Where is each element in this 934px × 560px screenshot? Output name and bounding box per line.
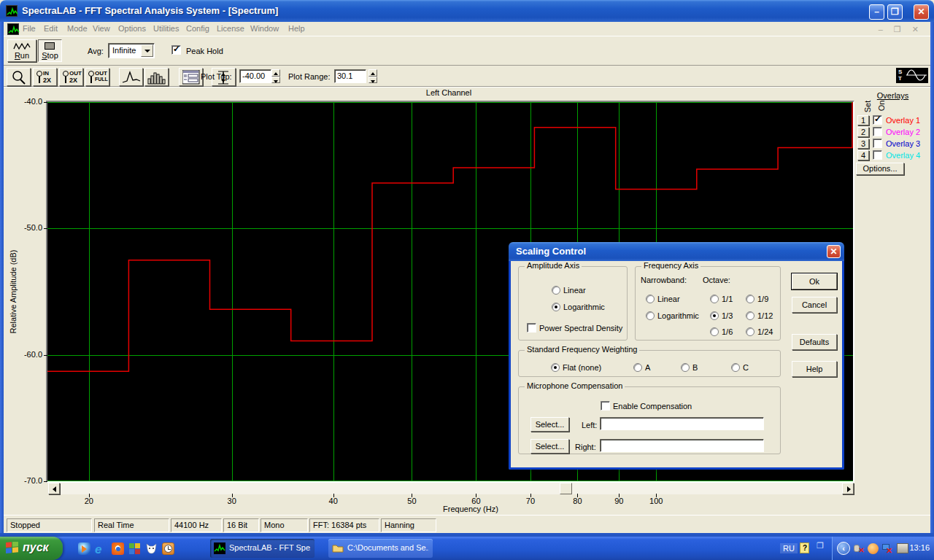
freq-linear-radio[interactable] — [646, 295, 655, 303]
zoom-out-2x-button[interactable]: OUT 2X — [59, 68, 83, 86]
plot-top-field[interactable]: -40.00 — [239, 69, 271, 83]
dialog-close-button[interactable]: ✕ — [827, 245, 841, 258]
quicklaunch-fox-icon[interactable] — [145, 542, 158, 555]
freq-log-radio[interactable] — [646, 311, 655, 320]
left-file-field[interactable] — [600, 417, 764, 430]
x-tick-mark — [333, 494, 334, 497]
select-left-button[interactable]: Select... — [530, 417, 569, 432]
maximize-button[interactable]: ❐ — [887, 4, 903, 20]
menu-options[interactable]: Options — [118, 24, 146, 33]
plot-range-spinner[interactable] — [368, 69, 377, 83]
close-button[interactable]: ✕ — [914, 4, 929, 20]
flat-radio[interactable] — [551, 363, 560, 372]
run-button[interactable]: Run — [7, 39, 36, 62]
mdi-window-buttons[interactable]: – ❐ ✕ — [879, 25, 923, 34]
tray-updates-icon[interactable] — [868, 543, 879, 554]
octave-1-1-radio[interactable] — [710, 295, 719, 303]
menu-utilities[interactable]: Utilities — [153, 24, 179, 33]
overlay-3-set-button[interactable]: 3 — [857, 139, 869, 149]
overlay-3-checkbox[interactable] — [873, 139, 882, 148]
octave-1-3-radio[interactable] — [710, 311, 719, 320]
menu-edit[interactable]: Edit — [44, 24, 58, 33]
overlay-4-set-button[interactable]: 4 — [857, 150, 869, 160]
menu-window[interactable]: Window — [250, 24, 279, 33]
menu-file[interactable]: File — [23, 24, 36, 33]
quicklaunch-ie-icon[interactable]: e — [95, 542, 107, 555]
taskbar-item-explorer[interactable]: C:\Documents and Se... — [328, 539, 433, 558]
peak-hold-checkbox[interactable]: ✓ — [171, 45, 181, 55]
zoom-button[interactable] — [7, 68, 31, 86]
plot-scrollbar[interactable] — [48, 483, 854, 494]
ok-button[interactable]: Ok — [792, 273, 837, 289]
tray-restore-icon[interactable]: ❐ — [817, 541, 824, 551]
defaults-button[interactable]: Defaults — [792, 334, 837, 350]
tray-network-icon[interactable]: ✕ — [882, 543, 894, 553]
start-button[interactable]: пуск — [0, 537, 63, 560]
scroll-left-button[interactable] — [48, 483, 60, 494]
quicklaunch-clock-icon[interactable] — [162, 542, 174, 555]
amp-linear-radio[interactable] — [552, 286, 560, 295]
help-button[interactable]: Help — [792, 361, 837, 377]
octave-1-24-radio[interactable] — [746, 327, 754, 336]
octave-1-6-radio[interactable] — [710, 327, 719, 336]
tray-help-icon[interactable]: ? — [800, 542, 809, 553]
plot-top-spinner[interactable] — [271, 69, 280, 83]
cancel-button[interactable]: Cancel — [792, 297, 837, 313]
x-tick-mark — [619, 494, 620, 497]
tray-collapse-chevron[interactable]: ‹ — [837, 542, 850, 555]
tray-audio-icon[interactable]: ✕ — [853, 543, 864, 554]
dialog-title-bar: Scaling Control ✕ — [509, 242, 844, 261]
application-window: SpectraLAB - FFT Spectral Analysis Syste… — [0, 0, 934, 537]
overlay-2-checkbox[interactable] — [873, 127, 882, 136]
display-options-button[interactable] — [179, 68, 203, 86]
plot-top-label: Plot Top: — [201, 72, 232, 81]
psd-checkbox[interactable] — [527, 323, 536, 332]
quicklaunch-browser-icon[interactable] — [112, 542, 124, 555]
menu-view[interactable]: View — [93, 24, 110, 33]
overlay-options-button[interactable]: Options... — [856, 163, 904, 175]
avg-combobox[interactable]: Infinite — [108, 43, 155, 58]
signal-generator-icon[interactable]: S T — [896, 68, 928, 83]
overlay-1-checkbox[interactable]: ✓ — [873, 115, 882, 125]
octave-1-9-radio[interactable] — [746, 295, 754, 303]
menu-license[interactable]: License — [217, 24, 244, 33]
amp-log-radio[interactable] — [552, 303, 560, 311]
overlay-2-set-button[interactable]: 2 — [857, 127, 869, 137]
status-samplerate: 44100 Hz — [171, 518, 222, 532]
status-bitdepth: 16 Bit — [223, 518, 259, 532]
x-tick-label: 50 — [401, 497, 422, 505]
stop-button[interactable]: Stop — [38, 39, 62, 62]
spectrum-view-button[interactable] — [119, 68, 143, 86]
select-right-button[interactable]: Select... — [530, 439, 569, 454]
c-weighting-label: C — [743, 363, 749, 372]
b-weighting-radio[interactable] — [681, 363, 690, 372]
minimize-button[interactable]: – — [869, 4, 884, 20]
menu-config[interactable]: Config — [186, 24, 209, 33]
avg-dropdown-button[interactable] — [141, 44, 153, 57]
language-indicator[interactable]: RU — [780, 543, 798, 553]
right-file-field[interactable] — [600, 439, 764, 452]
quicklaunch-app-icon[interactable] — [128, 542, 141, 555]
transport-toolbar: Run Stop Avg: Infinite ✓ Peak Hold — [4, 37, 930, 66]
octave-1-12-radio[interactable] — [746, 311, 754, 320]
tray-display-icon[interactable] — [897, 543, 908, 553]
a-weighting-radio[interactable] — [633, 363, 642, 372]
y-tick-mark — [44, 481, 47, 482]
plot-range-field[interactable]: 30.1 — [334, 69, 366, 83]
enable-compensation-checkbox[interactable] — [601, 401, 610, 411]
scrollbar-thumb[interactable] — [560, 483, 572, 494]
taskbar: пуск e SpectraLAB - FFT Spe... C:\Docume… — [0, 537, 934, 560]
menu-mode[interactable]: Mode — [67, 24, 88, 33]
window-border-right — [930, 22, 934, 533]
zoom-out-full-button[interactable]: OUT FULL — [85, 68, 109, 86]
quicklaunch-media-player-icon[interactable] — [78, 542, 90, 555]
taskbar-item-spectralab[interactable]: SpectraLAB - FFT Spe... — [210, 539, 314, 558]
zoom-out-label: OUT — [69, 70, 82, 77]
zoom-in-2x-button[interactable]: IN 2X — [33, 68, 57, 86]
c-weighting-radio[interactable] — [731, 363, 740, 372]
octave-bars-button[interactable] — [144, 68, 169, 86]
overlay-1-set-button[interactable]: 1 — [857, 115, 869, 125]
scroll-right-button[interactable] — [842, 483, 854, 494]
menu-help[interactable]: Help — [288, 24, 305, 33]
overlay-4-checkbox[interactable] — [873, 150, 882, 160]
